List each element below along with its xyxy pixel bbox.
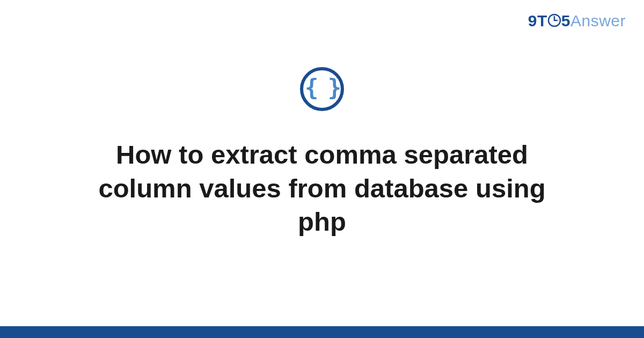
site-logo: 9T5Answer [528, 12, 626, 30]
page-title: How to extract comma separated column va… [75, 138, 569, 239]
code-braces-icon: { } [300, 67, 344, 111]
clock-icon [547, 13, 561, 27]
logo-middle: 5 [561, 12, 570, 30]
footer-bar [0, 326, 644, 338]
logo-prefix: 9T [528, 12, 547, 30]
logo-suffix: Answer [570, 12, 626, 30]
content-area: { } How to extract comma separated colum… [0, 67, 644, 239]
braces-glyph: { } [305, 77, 339, 99]
